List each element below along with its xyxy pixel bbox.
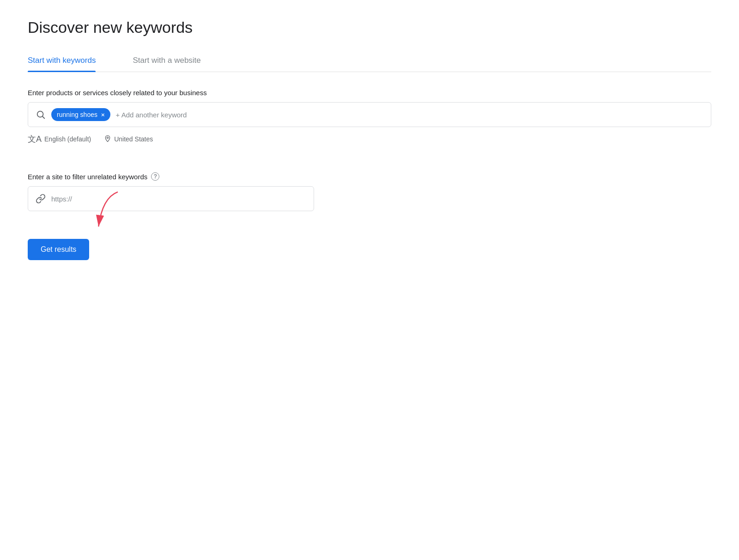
language-selector[interactable]: 文A English (default)	[28, 134, 91, 145]
site-section: Enter a site to filter unrelated keyword…	[28, 172, 711, 211]
tabs-container: Start with keywords Start with a website	[28, 49, 711, 72]
keyword-chip-running-shoes[interactable]: running shoes ×	[51, 108, 110, 121]
location-icon	[104, 135, 111, 144]
tab-keywords[interactable]: Start with keywords	[28, 49, 96, 72]
search-icon	[36, 110, 46, 120]
link-icon	[36, 194, 46, 204]
keyword-section: Enter products or services closely relat…	[28, 89, 711, 145]
page-title: Discover new keywords	[28, 18, 711, 37]
site-section-label: Enter a site to filter unrelated keyword…	[28, 173, 147, 181]
url-input-box[interactable]: https://	[28, 186, 314, 211]
meta-row: 文A English (default) United States	[28, 134, 711, 145]
svg-point-2	[107, 137, 109, 138]
location-selector[interactable]: United States	[104, 135, 153, 144]
url-placeholder: https://	[51, 195, 72, 203]
get-results-button[interactable]: Get results	[28, 239, 89, 260]
add-keyword-placeholder[interactable]: + Add another keyword	[116, 111, 187, 119]
chip-close-button[interactable]: ×	[101, 111, 105, 118]
translate-icon: 文A	[28, 134, 42, 145]
site-section-label-row: Enter a site to filter unrelated keyword…	[28, 172, 711, 181]
get-results-wrapper: Get results	[28, 239, 89, 260]
chip-text: running shoes	[57, 111, 97, 118]
keyword-section-label: Enter products or services closely relat…	[28, 89, 711, 97]
svg-point-0	[37, 111, 43, 117]
language-label: English (default)	[44, 135, 91, 143]
svg-line-1	[42, 116, 44, 118]
help-icon[interactable]: ?	[151, 172, 159, 181]
keyword-input-box[interactable]: running shoes × + Add another keyword	[28, 102, 711, 127]
location-label: United States	[114, 135, 153, 143]
tab-website[interactable]: Start with a website	[133, 49, 200, 72]
